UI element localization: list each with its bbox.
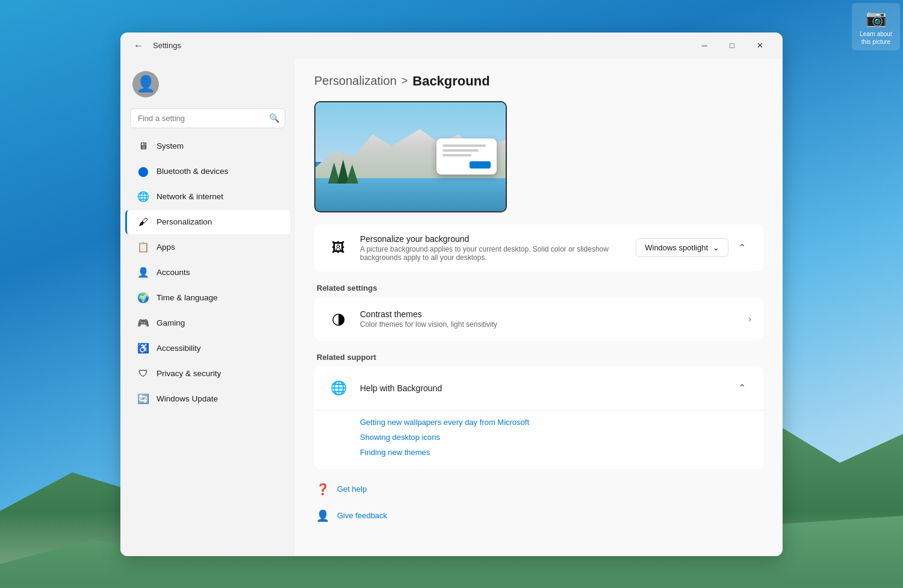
get-help-link[interactable]: ❓ Get help: [314, 478, 763, 500]
help-link-wallpapers[interactable]: Getting new wallpapers every day from Mi…: [360, 415, 751, 429]
search-input[interactable]: [130, 108, 285, 128]
contrast-themes-title: Contrast themes: [360, 309, 739, 319]
help-background-icon: 🌐: [326, 376, 350, 400]
sidebar-item-label: Accounts: [157, 268, 190, 277]
sidebar-item-system[interactable]: 🖥 System: [125, 134, 290, 158]
contrast-themes-subtitle: Color themes for low vision, light sensi…: [360, 320, 739, 329]
sidebar-item-personalization[interactable]: 🖌 Personalization: [125, 210, 290, 234]
sidebar-item-label: Privacy & security: [157, 369, 221, 378]
landscape-preview: [315, 102, 506, 211]
back-button[interactable]: ←: [130, 37, 147, 54]
camera-icon: 📷: [866, 8, 887, 28]
network-icon: 🌐: [137, 191, 149, 203]
accessibility-icon: ♿: [137, 342, 149, 354]
time-icon: 🌍: [137, 292, 149, 304]
maximize-button[interactable]: □: [719, 36, 745, 55]
accounts-icon: 👤: [137, 267, 149, 279]
dialog-line-1: [442, 144, 486, 147]
update-icon: 🔄: [137, 393, 149, 405]
background-action: Windows spotlight ⌄ ⌃: [636, 238, 751, 258]
sidebar-item-network[interactable]: 🌐 Network & internet: [125, 185, 290, 209]
system-icon: 🖥: [137, 140, 149, 152]
avatar-icon: 👤: [136, 75, 155, 93]
main-content: 👤 🔍 🖥 System ⬤ Bluetooth & devices 🌐 Net…: [120, 59, 783, 556]
title-bar: ← Settings ─ □ ✕: [120, 32, 783, 59]
related-settings-section: ◑ Contrast themes Color themes for low v…: [314, 297, 763, 341]
related-settings-header: Related settings: [314, 283, 763, 292]
help-background-row[interactable]: 🌐 Help with Background ⌃: [314, 367, 763, 410]
gaming-icon: 🎮: [137, 317, 149, 329]
give-feedback-icon: 👤: [314, 507, 331, 524]
sidebar-item-privacy[interactable]: 🛡 Privacy & security: [125, 362, 290, 386]
sidebar-item-accessibility[interactable]: ♿ Accessibility: [125, 336, 290, 361]
personalization-icon: 🖌: [137, 216, 149, 228]
window-title: Settings: [153, 41, 181, 50]
privacy-icon: 🛡: [137, 368, 149, 380]
background-icon: 🖼: [326, 236, 350, 260]
get-help-label: Get help: [337, 484, 367, 494]
breadcrumb-current: Background: [412, 73, 489, 89]
related-support-section: 🌐 Help with Background ⌃ Getting new wal…: [314, 367, 763, 469]
minimize-button[interactable]: ─: [691, 36, 718, 55]
search-box: 🔍: [130, 108, 285, 128]
contrast-themes-content: Contrast themes Color themes for low vis…: [360, 309, 739, 329]
sidebar-item-label: Network & internet: [157, 192, 223, 201]
background-preview: [314, 101, 507, 212]
get-help-icon: ❓: [314, 481, 331, 498]
learn-about-label: Learn about this picture: [858, 30, 894, 46]
close-button[interactable]: ✕: [746, 36, 773, 55]
dialog-lines: [442, 144, 491, 156]
title-bar-left: ← Settings: [130, 37, 181, 54]
sidebar-item-apps[interactable]: 📋 Apps: [125, 235, 290, 259]
avatar: 👤: [132, 71, 159, 97]
sidebar-item-label: Windows Update: [157, 394, 218, 403]
help-link-desktop-icons[interactable]: Showing desktop icons: [360, 430, 751, 444]
sidebar-item-label: Personalization: [157, 217, 212, 226]
bottom-links: ❓ Get help 👤 Give feedback: [314, 478, 763, 527]
sidebar-item-time[interactable]: 🌍 Time & language: [125, 286, 290, 310]
sidebar-item-update[interactable]: 🔄 Windows Update: [125, 387, 290, 411]
breadcrumb-parent[interactable]: Personalization: [314, 74, 397, 88]
apps-icon: 📋: [137, 241, 149, 253]
sidebar-item-label: Bluetooth & devices: [157, 167, 228, 176]
help-chevron-icon: ⌃: [738, 382, 746, 394]
give-feedback-link[interactable]: 👤 Give feedback: [314, 505, 763, 527]
personalize-background-row: 🖼 Personalize your background A picture …: [314, 224, 763, 271]
help-background-content: Help with Background: [360, 383, 722, 393]
sidebar: 👤 🔍 🖥 System ⬤ Bluetooth & devices 🌐 Net…: [120, 59, 295, 556]
title-bar-controls: ─ □ ✕: [691, 36, 773, 55]
sidebar-item-label: Apps: [157, 243, 175, 252]
help-expand-button[interactable]: ⌃: [732, 379, 751, 398]
sidebar-item-label: Time & language: [157, 293, 218, 302]
breadcrumb-separator: >: [402, 75, 408, 87]
contrast-themes-row[interactable]: ◑ Contrast themes Color themes for low v…: [314, 297, 763, 341]
background-content: Personalize your background A picture ba…: [360, 234, 626, 262]
related-support-header: Related support: [314, 353, 763, 362]
sidebar-item-label: Gaming: [157, 318, 185, 327]
learn-about-button[interactable]: 📷 Learn about this picture: [852, 3, 900, 51]
dialog-line-2: [442, 149, 479, 152]
background-dropdown[interactable]: Windows spotlight ⌄: [636, 238, 728, 257]
search-icon: 🔍: [269, 113, 279, 123]
dialog-line-3: [442, 154, 471, 156]
background-expand-button[interactable]: ⌃: [732, 238, 751, 258]
help-link-themes[interactable]: Finding new themes: [360, 445, 751, 459]
help-background-title: Help with Background: [360, 383, 722, 393]
contrast-themes-icon: ◑: [326, 307, 350, 331]
content-area: Personalization > Background: [295, 59, 783, 556]
dropdown-label: Windows spotlight: [645, 243, 708, 252]
help-links-container: Getting new wallpapers every day from Mi…: [314, 410, 763, 469]
sidebar-item-gaming[interactable]: 🎮 Gaming: [125, 311, 290, 335]
breadcrumb: Personalization > Background: [314, 73, 763, 89]
dialog-button: [470, 161, 491, 169]
dialog-overlay: [436, 138, 497, 175]
sidebar-item-accounts[interactable]: 👤 Accounts: [125, 261, 290, 285]
trees-layer: [325, 135, 373, 184]
background-title: Personalize your background: [360, 234, 626, 244]
dropdown-chevron-icon: ⌄: [713, 243, 719, 252]
background-subtitle: A picture background applies to your cur…: [360, 245, 626, 262]
sidebar-item-bluetooth[interactable]: ⬤ Bluetooth & devices: [125, 159, 290, 184]
sidebar-item-label: System: [157, 141, 184, 150]
expand-chevron-icon: ⌃: [738, 242, 746, 253]
give-feedback-label: Give feedback: [337, 511, 387, 520]
